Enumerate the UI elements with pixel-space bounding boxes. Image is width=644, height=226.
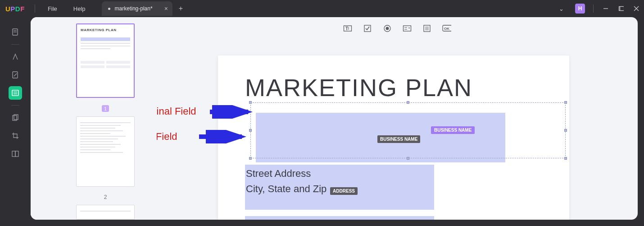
crop-icon: [11, 132, 19, 140]
user-avatar[interactable]: H: [575, 4, 585, 14]
page-number-label: 2: [104, 194, 107, 200]
list-box-tool[interactable]: [422, 23, 432, 33]
web-text: webaddress.com: [245, 216, 322, 220]
menu-help[interactable]: Help: [65, 5, 94, 12]
canvas: T OK MARKETING PLAN Street Address City,…: [157, 17, 638, 220]
web-field[interactable]: webaddress.com WEB: [245, 216, 434, 220]
maximize-icon: [618, 6, 624, 11]
arrow-icon: [199, 130, 249, 143]
radio-button-tool[interactable]: [382, 23, 392, 33]
organize-tool[interactable]: [9, 111, 22, 125]
page-icon: [11, 28, 19, 36]
logo-letter-d: D: [15, 5, 20, 13]
checkbox-icon: [363, 24, 372, 32]
button-tool[interactable]: OK: [442, 23, 452, 33]
svg-rect-14: [12, 151, 15, 157]
workspace: MARKETING PLAN 1 2: [31, 17, 638, 220]
reader-tool[interactable]: [9, 25, 22, 39]
selected-fields-group: BUSINESS NAME BUSINESS NAME: [247, 101, 567, 163]
thumb-title: MARKETING PLAN: [81, 28, 130, 32]
separator: [593, 5, 594, 13]
menu-file[interactable]: File: [40, 5, 65, 12]
radio-icon: [383, 24, 391, 32]
window-minimize-button[interactable]: [598, 0, 613, 17]
comment-tool[interactable]: [9, 50, 22, 64]
form-tool[interactable]: [9, 86, 22, 100]
crop-tool[interactable]: [9, 129, 22, 143]
modified-dot-icon: [108, 8, 110, 10]
listbox-icon: [423, 24, 431, 32]
separator: [35, 5, 35, 13]
chevron-down-icon[interactable]: ⌄: [553, 0, 569, 17]
logo-letter-p: P: [10, 5, 15, 13]
original-field-label: BUSINESS NAME: [431, 126, 475, 134]
close-icon: [634, 6, 639, 11]
edit-pdf-tool[interactable]: [9, 68, 22, 82]
address-field[interactable]: Street Address City, State and Zip ADDRE…: [245, 165, 434, 210]
compare-icon: [11, 150, 19, 158]
ok-button-icon: OK: [442, 25, 451, 32]
window-close-button[interactable]: [629, 0, 644, 17]
app-logo: UPDF: [0, 5, 30, 13]
document-title: MARKETING PLAN: [245, 74, 542, 101]
window-maximize-button[interactable]: [613, 0, 629, 17]
edit-page-icon: [11, 71, 19, 79]
thumbnail-panel: MARKETING PLAN 1 2: [31, 17, 157, 220]
svg-rect-2: [620, 7, 624, 11]
separator: [11, 105, 19, 106]
pages-icon: [11, 114, 19, 122]
thumbnail-page-1[interactable]: MARKETING PLAN: [76, 23, 135, 98]
svg-text:T: T: [345, 26, 348, 31]
arrow-icon: [210, 105, 255, 119]
form-icon: [11, 89, 19, 97]
document-tab[interactable]: marketing-plan* ×: [102, 1, 172, 16]
page-number-badge: 1: [102, 105, 109, 112]
thumbnail-page-2[interactable]: [76, 116, 135, 186]
annotation-original-label: Original Field: [157, 106, 196, 117]
new-tab-button[interactable]: +: [179, 5, 183, 13]
svg-rect-19: [364, 25, 371, 32]
separator: [11, 44, 19, 45]
marker-icon: [11, 53, 19, 61]
text-field-tool[interactable]: T: [343, 23, 353, 33]
svg-rect-22: [404, 26, 411, 31]
logo-letter-u: U: [5, 5, 10, 13]
annotation-duplicate-label: Duplicate Field: [157, 131, 177, 143]
title-bar: UPDF File Help marketing-plan* × + ⌄ H: [0, 0, 644, 17]
dropdown-tool[interactable]: [402, 23, 412, 33]
svg-rect-15: [15, 151, 18, 157]
address-field-label: ADDRESS: [330, 187, 358, 195]
tab-title: marketing-plan*: [115, 5, 153, 12]
thumbnail-page-3[interactable]: [76, 205, 135, 220]
text-field-icon: T: [343, 24, 352, 33]
compare-tool[interactable]: [9, 147, 22, 161]
svg-text:OK: OK: [444, 27, 449, 31]
minimize-icon: [603, 6, 608, 11]
left-tool-rail: [0, 17, 31, 220]
checkbox-tool[interactable]: [363, 23, 372, 33]
form-toolbar: T OK: [157, 23, 638, 33]
dropdown-icon: [403, 24, 412, 32]
logo-letter-f: F: [20, 5, 25, 13]
svg-point-21: [386, 27, 389, 30]
original-business-name-field[interactable]: BUSINESS NAME: [250, 102, 566, 158]
tab-close-button[interactable]: ×: [164, 5, 168, 12]
svg-rect-9: [12, 90, 18, 96]
